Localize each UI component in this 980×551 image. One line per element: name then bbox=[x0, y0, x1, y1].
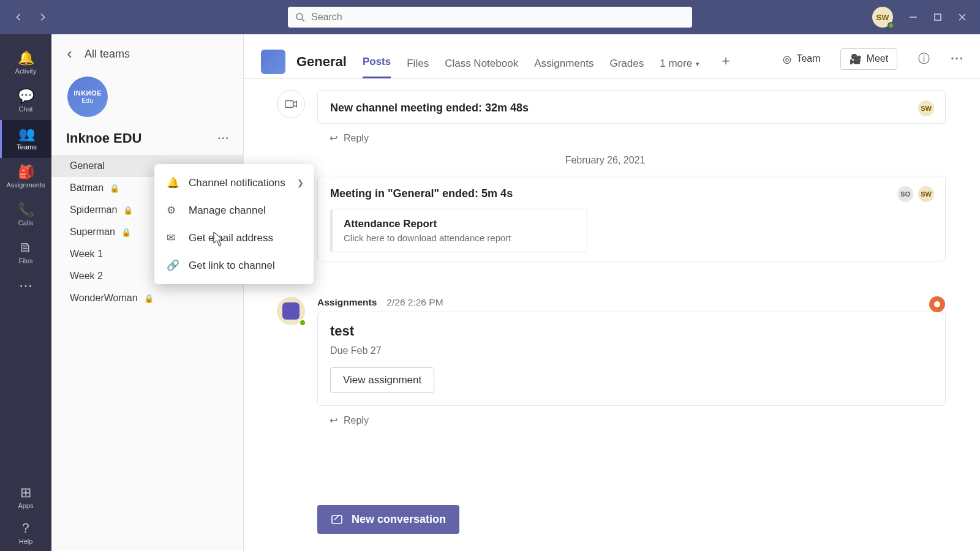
svg-rect-3 bbox=[935, 14, 941, 20]
rail-apps[interactable]: ⊞ Apps bbox=[0, 480, 51, 515]
all-teams-label: All teams bbox=[85, 48, 130, 61]
calls-icon: 📞 bbox=[18, 203, 34, 217]
rail-files[interactable]: 🗎 Files bbox=[0, 234, 51, 272]
more-icon: ⋯ bbox=[19, 279, 32, 293]
meeting-ended-icon bbox=[277, 90, 305, 118]
app-rail: 🔔 Activity 💬 Chat 👥 Teams 🎒 Assignments … bbox=[0, 34, 51, 551]
context-menu-item[interactable]: ✉Get email address bbox=[154, 224, 314, 252]
gear-icon: ⚙ bbox=[167, 204, 179, 217]
attach-subtitle: Click here to download attendance report bbox=[344, 233, 576, 243]
channel-more-button[interactable]: ··· bbox=[951, 52, 964, 66]
meet-button[interactable]: 🎥 Meet bbox=[840, 48, 898, 70]
view-assignment-button[interactable]: View assignment bbox=[330, 367, 434, 393]
tab-grades[interactable]: Grades bbox=[609, 58, 644, 78]
sender-name: Assignments bbox=[317, 297, 377, 308]
reply-button[interactable]: ↩ Reply bbox=[317, 406, 946, 429]
tab-notebook[interactable]: Class Notebook bbox=[445, 58, 518, 78]
channel-name: Batman bbox=[70, 182, 104, 193]
assignments-app-icon bbox=[929, 296, 945, 312]
rail-help-label: Help bbox=[19, 538, 33, 545]
attach-title: Attendance Report bbox=[344, 218, 576, 230]
rail-more[interactable]: ⋯ bbox=[0, 272, 51, 300]
rail-activity-label: Activity bbox=[15, 67, 37, 75]
user-avatar[interactable]: SW bbox=[872, 7, 893, 28]
channel-name: Spiderman bbox=[70, 204, 117, 216]
context-menu-item[interactable]: ⚙Manage channel bbox=[154, 197, 314, 224]
forward-button[interactable] bbox=[38, 13, 47, 21]
files-icon: 🗎 bbox=[19, 241, 32, 255]
rail-calls[interactable]: 📞 Calls bbox=[0, 196, 51, 234]
maximize-button[interactable] bbox=[933, 13, 942, 21]
team-logo[interactable]: INKИOE Edu bbox=[67, 77, 108, 117]
tab-files[interactable]: Files bbox=[407, 58, 429, 78]
rail-assignments-label: Assignments bbox=[7, 181, 45, 189]
help-icon: ？ bbox=[19, 522, 32, 535]
chevron-down-icon: ▾ bbox=[696, 60, 699, 68]
message-timestamp: 2/26 2:26 PM bbox=[386, 297, 443, 308]
channel-name: General bbox=[70, 160, 105, 171]
minimize-button[interactable] bbox=[909, 13, 918, 21]
new-conversation-label: New conversation bbox=[352, 513, 446, 526]
svg-point-8 bbox=[934, 301, 940, 307]
rail-chat[interactable]: 💬 Chat bbox=[0, 82, 51, 120]
mail-icon: ✉ bbox=[167, 231, 179, 244]
attendance-report[interactable]: Attendance Report Click here to download… bbox=[330, 209, 587, 252]
back-button[interactable] bbox=[15, 13, 23, 21]
info-button[interactable]: ⓘ bbox=[918, 51, 930, 67]
bell-icon: 🔔 bbox=[167, 176, 179, 189]
meeting-card[interactable]: Meeting in "General" ended: 5m 4s SO SW … bbox=[317, 176, 946, 261]
meeting-card[interactable]: New channel meeting ended: 32m 48s SW bbox=[317, 90, 946, 124]
channel-name: Week 2 bbox=[70, 271, 103, 282]
bell-icon: 🔔 bbox=[18, 51, 34, 65]
lock-icon: 🔒 bbox=[121, 228, 131, 237]
chat-icon: 💬 bbox=[18, 89, 34, 103]
rail-files-label: Files bbox=[18, 257, 32, 264]
bag-icon bbox=[282, 302, 300, 320]
tab-posts[interactable]: Posts bbox=[363, 56, 391, 78]
main-area: General Posts Files Class Notebook Assig… bbox=[244, 34, 980, 551]
rail-teams[interactable]: 👥 Teams bbox=[0, 120, 51, 158]
rail-help[interactable]: ？ Help bbox=[0, 515, 51, 551]
all-teams-link[interactable]: All teams bbox=[51, 34, 243, 67]
team-btn-label: Team bbox=[796, 53, 820, 64]
participant-badge: SO bbox=[897, 186, 913, 202]
rail-apps-label: Apps bbox=[18, 502, 33, 509]
rail-activity[interactable]: 🔔 Activity bbox=[0, 44, 51, 82]
context-menu-label: Get email address bbox=[189, 232, 273, 244]
channel-name: Superman bbox=[70, 227, 115, 238]
context-menu-item[interactable]: 🔗Get link to channel bbox=[154, 252, 314, 279]
channel-item[interactable]: WonderWoman🔒 bbox=[51, 287, 243, 309]
rail-assignments[interactable]: 🎒 Assignments bbox=[0, 158, 51, 196]
reply-label: Reply bbox=[344, 133, 369, 144]
channel-header: General Posts Files Class Notebook Assig… bbox=[244, 34, 980, 79]
teams-icon: 👥 bbox=[18, 127, 35, 141]
new-conversation-button[interactable]: New conversation bbox=[317, 505, 459, 534]
apps-icon: ⊞ bbox=[20, 486, 31, 500]
global-search[interactable] bbox=[288, 7, 692, 28]
add-tab-button[interactable]: ＋ bbox=[719, 51, 733, 78]
lock-icon: 🔒 bbox=[110, 184, 119, 193]
message-row: Meeting in "General" ended: 5m 4s SO SW … bbox=[265, 176, 946, 288]
tab-more[interactable]: 1 more ▾ bbox=[660, 58, 699, 78]
rail-chat-label: Chat bbox=[18, 105, 32, 113]
search-input[interactable] bbox=[311, 12, 685, 23]
message-row: New channel meeting ended: 32m 48s SW ↩ … bbox=[265, 90, 946, 146]
channel-tabs: Posts Files Class Notebook Assignments G… bbox=[363, 45, 733, 78]
team-name[interactable]: Inknoe EDU bbox=[66, 130, 141, 146]
channel-pane: All teams INKИOE Edu Inknoe EDU ··· Gene… bbox=[51, 34, 244, 551]
assignment-title: test bbox=[330, 323, 933, 339]
team-logo-text-bottom: Edu bbox=[81, 97, 93, 104]
nav-arrows bbox=[15, 13, 47, 21]
tab-assignments[interactable]: Assignments bbox=[534, 58, 594, 78]
meeting-card-title: New channel meeting ended: 32m 48s bbox=[330, 102, 529, 114]
team-button[interactable]: ◎ Team bbox=[774, 49, 829, 69]
tab-more-label: 1 more bbox=[660, 58, 692, 70]
message-feed: New channel meeting ended: 32m 48s SW ↩ … bbox=[244, 79, 980, 551]
close-button[interactable] bbox=[958, 13, 967, 21]
context-menu-item[interactable]: 🔔Channel notifications❯ bbox=[154, 169, 314, 197]
reply-button[interactable]: ↩ Reply bbox=[317, 124, 946, 146]
context-menu-label: Channel notifications bbox=[189, 177, 285, 189]
channel-name: Week 1 bbox=[70, 249, 103, 260]
team-more-button[interactable]: ··· bbox=[218, 133, 230, 144]
message-row: Assignments 2/26 2:26 PM test Due Feb 27… bbox=[265, 297, 946, 429]
